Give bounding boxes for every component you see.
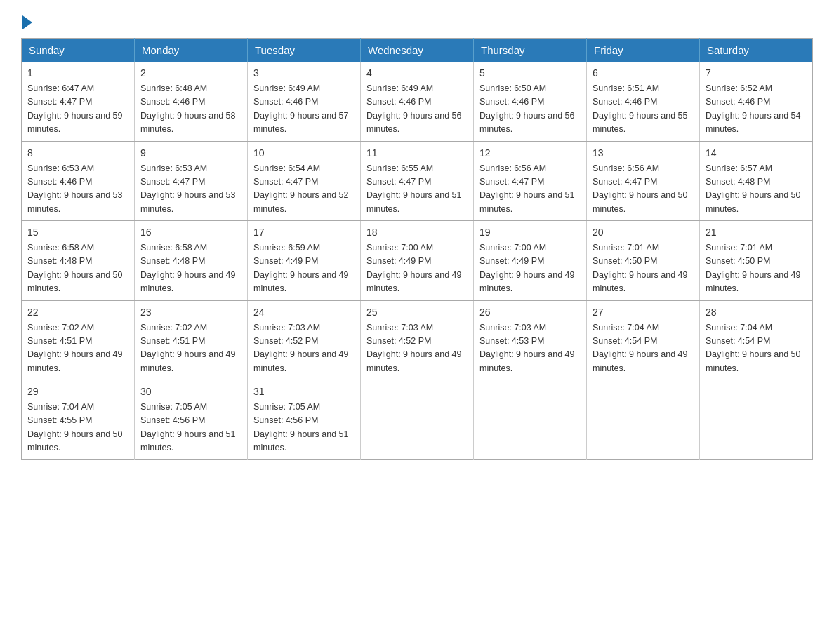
day-number: 21 — [706, 225, 807, 240]
day-info: Sunrise: 7:01 AMSunset: 4:50 PMDaylight:… — [593, 243, 688, 293]
weekday-header-friday: Friday — [587, 39, 700, 62]
day-info: Sunrise: 6:49 AMSunset: 4:46 PMDaylight:… — [253, 83, 349, 134]
day-number: 15 — [27, 225, 128, 240]
calendar-day-cell: 7Sunrise: 6:52 AMSunset: 4:46 PMDaylight… — [700, 62, 813, 141]
day-info: Sunrise: 6:48 AMSunset: 4:46 PMDaylight:… — [140, 83, 236, 134]
day-info: Sunrise: 7:02 AMSunset: 4:51 PMDaylight:… — [140, 323, 236, 373]
day-info: Sunrise: 7:03 AMSunset: 4:52 PMDaylight:… — [253, 323, 349, 373]
calendar-day-cell: 16Sunrise: 6:58 AMSunset: 4:48 PMDayligh… — [135, 221, 248, 301]
day-number: 25 — [366, 305, 468, 320]
logo — [21, 14, 32, 27]
day-info: Sunrise: 6:58 AMSunset: 4:48 PMDaylight:… — [140, 243, 236, 293]
calendar-day-cell: 20Sunrise: 7:01 AMSunset: 4:50 PMDayligh… — [587, 221, 700, 301]
weekday-header-sunday: Sunday — [22, 39, 135, 62]
day-info: Sunrise: 6:57 AMSunset: 4:48 PMDaylight:… — [706, 163, 801, 214]
calendar-day-cell: 18Sunrise: 7:00 AMSunset: 4:49 PMDayligh… — [361, 221, 474, 301]
day-info: Sunrise: 7:04 AMSunset: 4:55 PMDaylight:… — [27, 402, 123, 452]
day-info: Sunrise: 7:04 AMSunset: 4:54 PMDaylight:… — [706, 323, 801, 373]
day-info: Sunrise: 7:03 AMSunset: 4:52 PMDaylight:… — [366, 323, 462, 373]
calendar-day-cell: 2Sunrise: 6:48 AMSunset: 4:46 PMDaylight… — [135, 62, 248, 141]
logo-arrow-icon — [22, 15, 32, 29]
calendar-day-cell — [587, 380, 700, 460]
day-info: Sunrise: 6:52 AMSunset: 4:46 PMDaylight:… — [706, 83, 801, 134]
day-number: 2 — [140, 66, 241, 81]
calendar-week-row: 29Sunrise: 7:04 AMSunset: 4:55 PMDayligh… — [22, 380, 813, 460]
calendar-day-cell — [700, 380, 813, 460]
calendar-day-cell: 11Sunrise: 6:55 AMSunset: 4:47 PMDayligh… — [361, 141, 474, 221]
weekday-header-wednesday: Wednesday — [361, 39, 474, 62]
calendar-day-cell: 29Sunrise: 7:04 AMSunset: 4:55 PMDayligh… — [22, 380, 135, 460]
calendar-day-cell: 13Sunrise: 6:56 AMSunset: 4:47 PMDayligh… — [587, 141, 700, 221]
day-number: 6 — [593, 66, 694, 81]
day-info: Sunrise: 7:00 AMSunset: 4:49 PMDaylight:… — [366, 243, 462, 293]
day-info: Sunrise: 7:04 AMSunset: 4:54 PMDaylight:… — [593, 323, 688, 373]
calendar-day-cell — [474, 380, 587, 460]
day-info: Sunrise: 7:03 AMSunset: 4:53 PMDaylight:… — [479, 323, 575, 373]
calendar-day-cell: 5Sunrise: 6:50 AMSunset: 4:46 PMDaylight… — [474, 62, 587, 141]
calendar-day-cell: 22Sunrise: 7:02 AMSunset: 4:51 PMDayligh… — [22, 300, 135, 380]
day-info: Sunrise: 6:56 AMSunset: 4:47 PMDaylight:… — [479, 163, 575, 214]
calendar-day-cell: 9Sunrise: 6:53 AMSunset: 4:47 PMDaylight… — [135, 141, 248, 221]
day-info: Sunrise: 6:51 AMSunset: 4:46 PMDaylight:… — [593, 83, 688, 134]
day-number: 1 — [27, 66, 128, 81]
day-number: 20 — [593, 225, 694, 240]
calendar-day-cell: 12Sunrise: 6:56 AMSunset: 4:47 PMDayligh… — [474, 141, 587, 221]
day-info: Sunrise: 6:59 AMSunset: 4:49 PMDaylight:… — [253, 243, 349, 293]
day-info: Sunrise: 7:01 AMSunset: 4:50 PMDaylight:… — [706, 243, 801, 293]
day-number: 30 — [140, 384, 241, 399]
day-number: 22 — [27, 305, 128, 320]
weekday-header-thursday: Thursday — [474, 39, 587, 62]
calendar-day-cell: 1Sunrise: 6:47 AMSunset: 4:47 PMDaylight… — [22, 62, 135, 141]
calendar-day-cell — [361, 380, 474, 460]
day-info: Sunrise: 6:47 AMSunset: 4:47 PMDaylight:… — [27, 83, 123, 134]
calendar-day-cell: 31Sunrise: 7:05 AMSunset: 4:56 PMDayligh… — [248, 380, 361, 460]
day-number: 18 — [366, 225, 468, 240]
day-number: 14 — [706, 146, 807, 161]
day-number: 13 — [593, 146, 694, 161]
day-info: Sunrise: 6:50 AMSunset: 4:46 PMDaylight:… — [479, 83, 575, 134]
calendar-day-cell: 25Sunrise: 7:03 AMSunset: 4:52 PMDayligh… — [361, 300, 474, 380]
day-number: 9 — [140, 146, 241, 161]
calendar-day-cell: 27Sunrise: 7:04 AMSunset: 4:54 PMDayligh… — [587, 300, 700, 380]
calendar-day-cell: 10Sunrise: 6:54 AMSunset: 4:47 PMDayligh… — [248, 141, 361, 221]
weekday-header-saturday: Saturday — [700, 39, 813, 62]
day-number: 23 — [140, 305, 241, 320]
day-number: 10 — [253, 146, 355, 161]
day-number: 29 — [27, 384, 128, 399]
calendar-day-cell: 23Sunrise: 7:02 AMSunset: 4:51 PMDayligh… — [135, 300, 248, 380]
day-number: 19 — [479, 225, 581, 240]
day-number: 27 — [593, 305, 694, 320]
calendar-week-row: 1Sunrise: 6:47 AMSunset: 4:47 PMDaylight… — [22, 62, 813, 141]
day-info: Sunrise: 6:56 AMSunset: 4:47 PMDaylight:… — [593, 163, 688, 214]
day-info: Sunrise: 6:53 AMSunset: 4:46 PMDaylight:… — [27, 163, 123, 214]
calendar-day-cell: 19Sunrise: 7:00 AMSunset: 4:49 PMDayligh… — [474, 221, 587, 301]
day-number: 8 — [27, 146, 128, 161]
day-number: 5 — [479, 66, 581, 81]
day-info: Sunrise: 7:00 AMSunset: 4:49 PMDaylight:… — [479, 243, 575, 293]
day-info: Sunrise: 6:53 AMSunset: 4:47 PMDaylight:… — [140, 163, 236, 214]
day-number: 26 — [479, 305, 581, 320]
day-info: Sunrise: 6:54 AMSunset: 4:47 PMDaylight:… — [253, 163, 349, 214]
calendar-day-cell: 3Sunrise: 6:49 AMSunset: 4:46 PMDaylight… — [248, 62, 361, 141]
calendar-day-cell: 8Sunrise: 6:53 AMSunset: 4:46 PMDaylight… — [22, 141, 135, 221]
day-number: 11 — [366, 146, 468, 161]
calendar-day-cell: 15Sunrise: 6:58 AMSunset: 4:48 PMDayligh… — [22, 221, 135, 301]
weekday-header-row: SundayMondayTuesdayWednesdayThursdayFrid… — [22, 39, 813, 62]
day-number: 17 — [253, 225, 355, 240]
day-info: Sunrise: 6:58 AMSunset: 4:48 PMDaylight:… — [27, 243, 123, 293]
day-number: 4 — [366, 66, 468, 81]
calendar-day-cell: 4Sunrise: 6:49 AMSunset: 4:46 PMDaylight… — [361, 62, 474, 141]
day-number: 12 — [479, 146, 581, 161]
calendar-week-row: 8Sunrise: 6:53 AMSunset: 4:46 PMDaylight… — [22, 141, 813, 221]
day-info: Sunrise: 7:02 AMSunset: 4:51 PMDaylight:… — [27, 323, 123, 373]
page-header — [21, 14, 813, 27]
calendar-day-cell: 28Sunrise: 7:04 AMSunset: 4:54 PMDayligh… — [700, 300, 813, 380]
day-info: Sunrise: 7:05 AMSunset: 4:56 PMDaylight:… — [253, 402, 349, 452]
day-number: 3 — [253, 66, 355, 81]
day-number: 7 — [706, 66, 807, 81]
calendar-day-cell: 26Sunrise: 7:03 AMSunset: 4:53 PMDayligh… — [474, 300, 587, 380]
calendar-day-cell: 21Sunrise: 7:01 AMSunset: 4:50 PMDayligh… — [700, 221, 813, 301]
day-info: Sunrise: 6:55 AMSunset: 4:47 PMDaylight:… — [366, 163, 462, 214]
weekday-header-monday: Monday — [135, 39, 248, 62]
day-number: 28 — [706, 305, 807, 320]
